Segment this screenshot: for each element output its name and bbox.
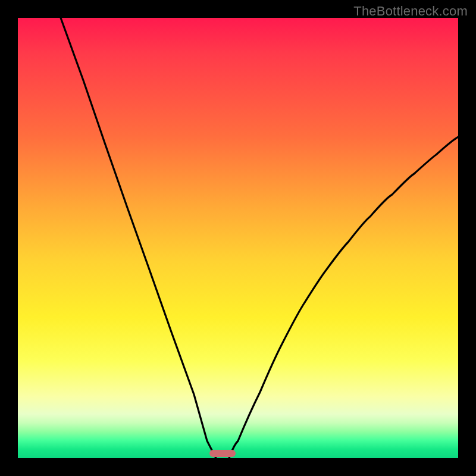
chart-frame: TheBottleneck.com [0,0,476,476]
curve-right-branch [229,137,458,458]
curve-left-branch [61,18,216,458]
watermark-text: TheBottleneck.com [353,4,468,19]
min-marker [209,450,236,457]
bottleneck-curve [18,18,458,458]
chart-plot-area [18,18,458,458]
